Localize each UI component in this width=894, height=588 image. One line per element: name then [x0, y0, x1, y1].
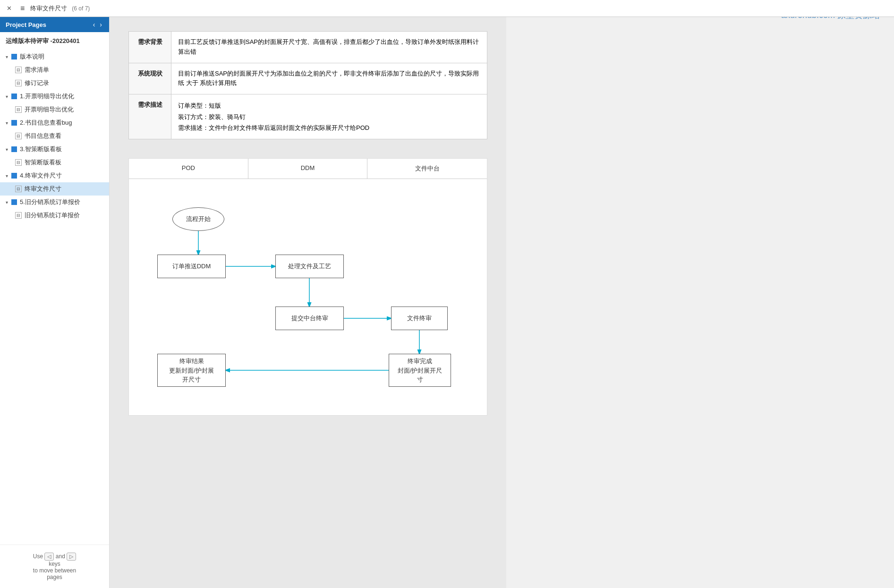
- project-pages-header: Project Pages ‹ ›: [0, 17, 109, 32]
- sidebar-footer: Use ◁ and ▷ keys to move between pages: [0, 545, 109, 588]
- page-icon: ⊟: [15, 186, 22, 192]
- sidebar-item-xqd[interactable]: ⊟ 需求清单: [0, 63, 109, 77]
- tree-group-label: 5.旧分销系统订单报价: [20, 198, 80, 206]
- page-count: (6 of 7): [72, 5, 90, 12]
- project-pages-label: Project Pages: [6, 21, 46, 28]
- flowchart-container: POD DDM 文件中台: [128, 158, 487, 416]
- req-row-desc: 需求描述 订单类型：短版 装订方式：胶装、骑马钉 需求描述：文件中台对文件终审后…: [129, 94, 487, 139]
- kbd-left: ◁: [44, 553, 54, 561]
- page-title: 终审文件尺寸: [30, 4, 67, 13]
- menu-button[interactable]: ≡: [17, 3, 27, 14]
- top-bar: ✕ ≡ 终审文件尺寸 (6 of 7): [0, 0, 894, 17]
- tree-group-header-3[interactable]: ▾ 2.书目信息查看bug: [0, 116, 109, 129]
- tree-group-label: 版本说明: [20, 52, 44, 61]
- item-label: 需求清单: [25, 66, 49, 74]
- tree-group-header-6[interactable]: ▾ 5.旧分销系统订单报价: [0, 196, 109, 209]
- item-label: 旧分销系统订单报价: [25, 211, 80, 220]
- page-icon: ⊟: [15, 212, 22, 219]
- footer-text: Use ◁ and ▷: [6, 553, 103, 561]
- col-header-pod: POD: [129, 159, 248, 179]
- requirements-table: 需求背景 目前工艺反馈订单推送到SAP的封面展开尺寸宽、高值有误，排查后都少了出…: [128, 31, 487, 139]
- next-page-button[interactable]: ›: [98, 21, 103, 28]
- tree-group-3: ▾ 2.书目信息查看bug ⊟ 书目信息查看: [0, 116, 109, 143]
- flowchart-body: 流程开始 订单推送DDM 处理文件及工艺 提交中台终审 文件终审 终审结果更新封…: [129, 179, 487, 415]
- fc-n4: 文件终审: [391, 307, 448, 330]
- kbd-right: ▷: [67, 553, 76, 561]
- col-header-ddm: DDM: [248, 159, 368, 179]
- footer-use: Use: [33, 553, 43, 560]
- fc-n3: 提交中台终审: [275, 307, 344, 330]
- sidebar-item-jfx[interactable]: ⊟ 旧分销系统订单报价: [0, 209, 109, 222]
- page-icon: ⊟: [15, 159, 22, 166]
- sidebar-item-xdjl[interactable]: ⊟ 修订记录: [0, 77, 109, 90]
- folder-icon: [11, 54, 17, 60]
- sidebar-tree: ▾ 版本说明 ⊟ 需求清单 ⊟ 修订记录 ▾ 1.开票明细导出优化 ⊟ 开票: [0, 50, 109, 545]
- fc-n6: 终审完成封面/护封展开尺寸: [389, 354, 451, 387]
- tree-group-6: ▾ 5.旧分销系统订单报价 ⊟ 旧分销系统订单报价: [0, 196, 109, 222]
- tree-arrow-icon: ▾: [4, 54, 9, 60]
- req-content-status: 目前订单推送SAP的封面展开尺寸为添加出血位之前的尺寸，即非文件终审后添加了出血…: [171, 63, 487, 94]
- fc-n1: 订单推送DDM: [157, 255, 226, 278]
- nav-arrows: ‹ ›: [92, 21, 103, 28]
- tree-group-label: 1.开票明细导出优化: [20, 92, 74, 101]
- folder-icon: [11, 120, 17, 126]
- footer-and: and: [56, 553, 65, 560]
- tree-group-5: ▾ 4.终审文件尺寸 ⊟ 终审文件尺寸: [0, 169, 109, 196]
- item-label: 终审文件尺寸: [25, 185, 61, 193]
- item-label: 开票明细导出优化: [25, 105, 74, 114]
- tree-group-label: 3.智策断版看板: [20, 145, 62, 153]
- sidebar-item-kpmx[interactable]: ⊟ 开票明细导出优化: [0, 103, 109, 116]
- tree-arrow-icon: ▾: [4, 199, 9, 205]
- sidebar-item-zcdb[interactable]: ⊟ 智策断版看板: [0, 156, 109, 169]
- item-label: 书目信息查看: [25, 132, 61, 140]
- req-label-desc: 需求描述: [129, 94, 171, 139]
- folder-icon: [11, 173, 17, 179]
- tree-group-label: 4.终审文件尺寸: [20, 171, 62, 180]
- tree-group-header-5[interactable]: ▾ 4.终审文件尺寸: [0, 169, 109, 182]
- req-label-background: 需求背景: [129, 32, 171, 63]
- tree-group-1: ▾ 版本说明 ⊟ 需求清单 ⊟ 修订记录: [0, 50, 109, 90]
- fc-n2: 处理文件及工艺: [275, 255, 344, 278]
- req-label-status: 系统现状: [129, 63, 171, 94]
- page-icon: ⊟: [15, 67, 22, 73]
- tree-group-label: 2.书目信息查看bug: [20, 119, 72, 127]
- page-icon: ⊟: [15, 80, 22, 86]
- req-content-desc: 订单类型：短版 装订方式：胶装、骑马钉 需求描述：文件中台对文件终审后返回封面文…: [171, 94, 487, 139]
- footer-move: to move between: [6, 567, 103, 574]
- tree-arrow-icon: ▾: [4, 94, 9, 99]
- req-content-background: 目前工艺反馈订单推送到SAP的封面展开尺寸宽、高值有误，排查后都少了出血位，导致…: [171, 32, 487, 63]
- tree-arrow-icon: ▾: [4, 173, 9, 179]
- page-icon: ⊟: [15, 106, 22, 113]
- footer-keys: keys: [6, 561, 103, 567]
- tree-arrow-icon: ▾: [4, 146, 9, 152]
- tree-group-header-1[interactable]: ▾ 版本说明: [0, 50, 109, 63]
- flowchart-header: POD DDM 文件中台: [129, 159, 487, 179]
- page-icon: ⊟: [15, 133, 22, 139]
- tree-group-4: ▾ 3.智策断版看板 ⊟ 智策断版看板: [0, 143, 109, 169]
- sidebar-item-smxx[interactable]: ⊟ 书目信息查看: [0, 129, 109, 143]
- project-title: 运维版本待评审 -20220401: [0, 32, 109, 50]
- prev-page-button[interactable]: ‹: [92, 21, 97, 28]
- tree-group-header-4[interactable]: ▾ 3.智策断版看板: [0, 143, 109, 156]
- folder-icon: [11, 94, 17, 99]
- sidebar-item-zscc[interactable]: ⊟ 终审文件尺寸: [0, 182, 109, 196]
- close-button[interactable]: ✕: [4, 4, 15, 13]
- sidebar: Project Pages ‹ › 运维版本待评审 -20220401 ▾ 版本…: [0, 17, 110, 588]
- folder-icon: [11, 199, 17, 205]
- footer-pages: pages: [6, 574, 103, 580]
- col-header-wjtai: 文件中台: [367, 159, 487, 179]
- fc-start: 流程开始: [172, 207, 224, 231]
- req-row-status: 系统现状 目前订单推送SAP的封面展开尺寸为添加出血位之前的尺寸，即非文件终审后…: [129, 63, 487, 94]
- req-row-background: 需求背景 目前工艺反馈订单推送到SAP的封面展开尺寸宽、高值有误，排查后都少了出…: [129, 32, 487, 63]
- tree-group-2: ▾ 1.开票明细导出优化 ⊟ 开票明细导出优化: [0, 90, 109, 116]
- item-label: 智策断版看板: [25, 158, 61, 167]
- main-content: axurehub.com 原型资源站 需求背景 目前工艺反馈订单推送到SAP的封…: [110, 17, 506, 588]
- folder-icon: [11, 146, 17, 152]
- tree-group-header-2[interactable]: ▾ 1.开票明细导出优化: [0, 90, 109, 103]
- item-label: 修订记录: [25, 79, 49, 87]
- tree-arrow-icon: ▾: [4, 120, 9, 126]
- fc-n5: 终审结果更新封面/护封展开尺寸: [157, 354, 226, 387]
